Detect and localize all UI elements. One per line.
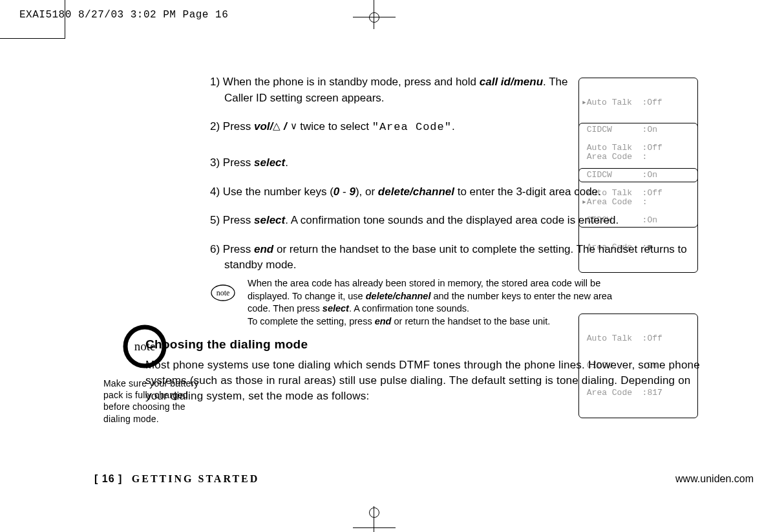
key-label: select (323, 303, 349, 314)
text: 6) Press (210, 243, 254, 255)
key-label: delete/channel (366, 291, 431, 301)
step-1: 1) When the phone is in standby mode, pr… (210, 74, 573, 106)
lcd-text-inline: "Area Code" (372, 121, 452, 133)
key-label: call id/menu (480, 76, 543, 88)
down-arrow-icon: ∨ (290, 120, 297, 131)
text: 5) Press (210, 214, 254, 226)
inline-note: note When the area code has already been… (210, 277, 624, 328)
text: . A confirmation tone sounds and the dis… (285, 214, 619, 226)
text: . (285, 156, 288, 169)
text: - (339, 186, 349, 198)
step-6: 6) Press end or return the handset to th… (210, 242, 712, 273)
step-4: 4) Use the number keys (0 - 9), or delet… (210, 184, 712, 200)
key-label: delete/channel (378, 186, 454, 198)
text: 4) Use the number keys ( (210, 186, 334, 198)
page-body: ▸ Auto Talk :Off CIDCW :On Area Code : A… (65, 39, 724, 491)
section-heading: Choosing the dialing mode (145, 335, 708, 354)
svg-text:note: note (217, 288, 230, 297)
text: 1) When the phone is in standby mode, pr… (210, 76, 480, 88)
key-label: 9 (349, 186, 355, 198)
crop-mark (65, 0, 65, 39)
registration-circle-icon (369, 507, 379, 518)
key-label: select (254, 156, 285, 169)
footer-url: www.uniden.com (675, 473, 754, 485)
step-2: 2) Press vol/△ / ∨ twice to select "Area… (210, 119, 573, 136)
text: or return the handset to the base unit t… (224, 243, 687, 271)
key-label: end (254, 243, 273, 255)
slash: / (281, 120, 290, 133)
text: to enter the 3-digit area code. (454, 186, 601, 198)
main-content: 1) When the phone is in standby mode, pr… (210, 74, 708, 403)
section-paragraph: Most phone systems use tone dialing whic… (145, 357, 701, 403)
crop-mark (353, 527, 396, 528)
text: . A confirmation tone sounds. (349, 303, 469, 314)
text: or return the handset to the base unit. (391, 316, 550, 326)
up-arrow-icon: △ (273, 120, 281, 131)
page-footer: [ 16 ] GETTING STARTED www.uniden.com (94, 473, 754, 485)
crop-mark (0, 38, 65, 39)
registration-circle-icon (369, 12, 379, 23)
text: . (452, 120, 455, 133)
inline-note-text: When the area code has already been stor… (248, 277, 624, 328)
section-label: GETTING STARTED (132, 473, 260, 484)
key-label: 0 (334, 186, 339, 198)
text: twice to select (297, 120, 372, 133)
key-label: vol/ (254, 120, 273, 133)
text: To complete the setting, press (248, 316, 375, 326)
text: 3) Press (210, 156, 254, 169)
text: ), or (355, 186, 378, 198)
key-label: end (375, 316, 392, 326)
print-slug: EXAI5180 8/27/03 3:02 PM Page 16 (19, 9, 228, 21)
note-icon: note (210, 280, 236, 310)
step-3: 3) Press select. (210, 155, 573, 171)
key-label: select (254, 214, 285, 226)
step-5: 5) Press select. A confirmation tone sou… (210, 213, 712, 229)
page-number: [ 16 ] (94, 473, 122, 484)
text: 2) Press (210, 120, 254, 133)
